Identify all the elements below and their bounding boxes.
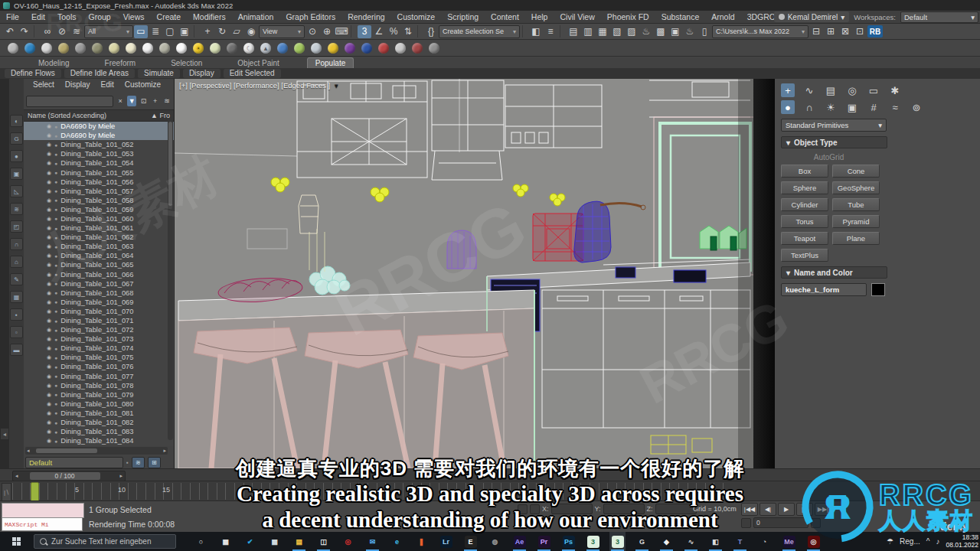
purple-eye-script-icon[interactable] <box>345 43 355 54</box>
primitive-button-geosphere[interactable]: GeoSphere <box>832 181 880 194</box>
explorer-row[interactable]: ◉●Dining_Table_101_079 <box>24 390 174 399</box>
ribbon-tool-edit-selected[interactable]: Edit Selected <box>224 69 281 78</box>
machine-script-icon[interactable] <box>58 43 69 54</box>
ribbon-tab-modeling[interactable]: Modeling <box>31 58 77 68</box>
project-folder-dropdown[interactable]: C:\Users\k...s Max 2022▾ <box>712 25 808 38</box>
explorer-tool-icon-3[interactable]: ● <box>10 150 23 162</box>
explorer-tool-icon-4[interactable]: ▣ <box>10 168 23 180</box>
unlink-selection-icon[interactable]: ⊘ <box>55 25 69 38</box>
explorer-vertical-scrollbar[interactable] <box>168 119 173 440</box>
selection-filter-dropdown[interactable]: All▾ <box>84 25 133 38</box>
explorer-tool-icon-7[interactable]: ◰ <box>10 220 23 233</box>
primitive-button-cone[interactable]: Cone <box>832 165 880 178</box>
explorer-tool-icon-11[interactable]: ▦ <box>10 291 23 303</box>
sun-script-icon[interactable]: ☀ <box>193 43 204 54</box>
menu-civil-view[interactable]: Civil View <box>554 12 600 21</box>
epic-games-icon[interactable]: E <box>462 532 479 551</box>
visibility-eye-icon[interactable]: ◉ <box>47 392 51 398</box>
ribbon-tool-define-flows[interactable]: Define Flows <box>5 69 61 78</box>
primitive-button-textplus[interactable]: TextPlus <box>781 249 828 262</box>
named-selection-sets-dropdown[interactable]: Create Selection Se▾ <box>439 25 520 38</box>
explorer-row[interactable]: ◉●Dining_Table_101_082 <box>24 418 174 427</box>
visibility-eye-icon[interactable]: ◉ <box>47 225 51 231</box>
toggle-layer-explorer-icon[interactable]: ▥ <box>581 25 595 38</box>
explorer-row[interactable]: ◉●Dining_Table_101_054 <box>24 158 174 168</box>
dark-circle-app-icon[interactable]: ◍ <box>487 532 503 551</box>
box-script-icon[interactable] <box>109 43 119 54</box>
redo-icon[interactable]: ↷ <box>18 25 31 38</box>
systems-icon[interactable]: ⊚ <box>910 100 923 114</box>
explorer-row[interactable]: ◉●Dining_Table_101_061 <box>24 223 174 233</box>
explorer-row[interactable]: ◉●Dining_Table_101_070 <box>24 307 174 316</box>
menu-views[interactable]: Views <box>117 12 151 21</box>
edge-icon[interactable]: e <box>389 532 405 551</box>
explorer-tool-icon-12[interactable]: ▪ <box>10 308 23 321</box>
window-crossing-toggle-icon[interactable]: ▣ <box>178 25 191 38</box>
explorer-menu-display[interactable]: Display <box>60 80 95 91</box>
calculator-icon[interactable]: ▦ <box>266 532 283 551</box>
keyboard-shortcut-override-icon[interactable]: ⌨ <box>335 25 348 38</box>
signin-user-button[interactable]: Kemal Demirel▾ <box>774 11 850 22</box>
fish-script-icon[interactable] <box>92 43 103 54</box>
space-warps-icon[interactable]: ≈ <box>888 100 902 114</box>
visibility-eye-icon[interactable]: ◉ <box>47 132 51 139</box>
select-and-manipulate-icon[interactable]: ⊕ <box>320 25 334 38</box>
import-asset-icon[interactable]: ⊟ <box>809 25 823 38</box>
menu-substance[interactable]: Substance <box>655 12 706 21</box>
visibility-eye-icon[interactable]: ◉ <box>47 262 51 268</box>
visibility-eye-icon[interactable]: ◉ <box>47 151 51 157</box>
scroll-right-arrow[interactable]: ▸ <box>163 448 166 454</box>
align-icon[interactable]: ≡ <box>544 25 557 38</box>
explorer-tool-icon-2[interactable]: G <box>10 132 23 145</box>
ribbon-tab-freeform[interactable]: Freeform <box>97 58 144 68</box>
explorer-tool-icon-13[interactable]: ▫ <box>10 326 23 338</box>
microphone-app-icon[interactable]: ∿ <box>683 532 699 551</box>
select-object-icon[interactable]: ▭ <box>134 25 148 38</box>
explorer-row[interactable]: ◉●DA6690 by Miele <box>24 131 174 140</box>
visibility-eye-icon[interactable]: ◉ <box>47 197 51 204</box>
explorer-row[interactable]: ◉●Dining_Table_101_052 <box>24 140 174 149</box>
primitive-button-pyramid[interactable]: Pyramid <box>832 215 880 228</box>
explorer-tool-icon-9[interactable]: ⌂ <box>10 256 23 268</box>
geometry-icon[interactable]: ● <box>781 100 795 114</box>
create-tab-icon[interactable]: + <box>781 83 795 97</box>
half-sphere-script-icon[interactable] <box>361 43 372 54</box>
explorer-search-input[interactable] <box>26 96 113 107</box>
primitive-button-cylinder[interactable]: Cylinder <box>781 198 828 211</box>
clock-app-icon[interactable]: ◔ <box>756 532 773 551</box>
snaps-toggle-3d-icon[interactable]: 3 <box>358 25 371 38</box>
visibility-eye-icon[interactable]: ◉ <box>47 170 51 176</box>
name-and-color-rollout[interactable]: ▾Name and Color <box>781 266 887 279</box>
undo-icon[interactable]: ↶ <box>3 25 17 38</box>
shapes-icon[interactable]: ∩ <box>802 100 816 114</box>
ring-script-icon[interactable] <box>395 43 406 54</box>
rb-button[interactable]: RB <box>867 25 883 37</box>
logitech-g-icon[interactable]: G <box>634 532 650 551</box>
perspective-viewport[interactable]: [+] [Perspective] [Performance] [Edged F… <box>175 79 753 468</box>
fetch-asset-icon[interactable]: ⊠ <box>838 25 852 38</box>
ribbon-tool-display[interactable]: Display <box>183 69 220 78</box>
explorer-row[interactable]: ◉●Dining_Table_101_065 <box>24 260 174 269</box>
primitive-category-dropdown[interactable]: Standard Primitives▾ <box>781 119 887 132</box>
lock-icon[interactable]: ⊡ <box>139 96 148 106</box>
explorer-row[interactable]: ◉●Dining_Table_101_059 <box>24 205 174 214</box>
sphere-script-icon[interactable] <box>142 43 153 54</box>
explorer-row[interactable]: ◉●Dining_Table_101_060 <box>24 214 174 223</box>
dots-grid-script-icon[interactable] <box>227 43 237 54</box>
primitive-button-torus[interactable]: Torus <box>781 215 828 228</box>
visibility-eye-icon[interactable]: ◉ <box>47 345 51 351</box>
rendered-frame-window-icon[interactable]: ▣ <box>668 25 682 38</box>
autogrid-label[interactable]: AutoGrid <box>781 153 877 161</box>
yellow-dots-script-icon[interactable] <box>328 43 338 54</box>
object-name-field[interactable]: kueche_L_form <box>781 283 867 296</box>
primitive-button-tube[interactable]: Tube <box>832 198 880 211</box>
menu-content[interactable]: Content <box>485 12 525 21</box>
pyramid-script-icon[interactable]: ▲ <box>260 43 271 54</box>
moon-script-icon[interactable]: ☾ <box>243 43 254 54</box>
explorer-row[interactable]: ◉●Dining_Table_101_080 <box>24 399 174 409</box>
cone-script-icon[interactable] <box>176 43 187 54</box>
explorer-menu-edit[interactable]: Edit <box>96 80 119 91</box>
3dsmax-active-icon[interactable]: 3 <box>609 532 626 551</box>
visibility-eye-icon[interactable]: ◉ <box>47 253 51 259</box>
menu-rendering[interactable]: Rendering <box>341 12 390 21</box>
